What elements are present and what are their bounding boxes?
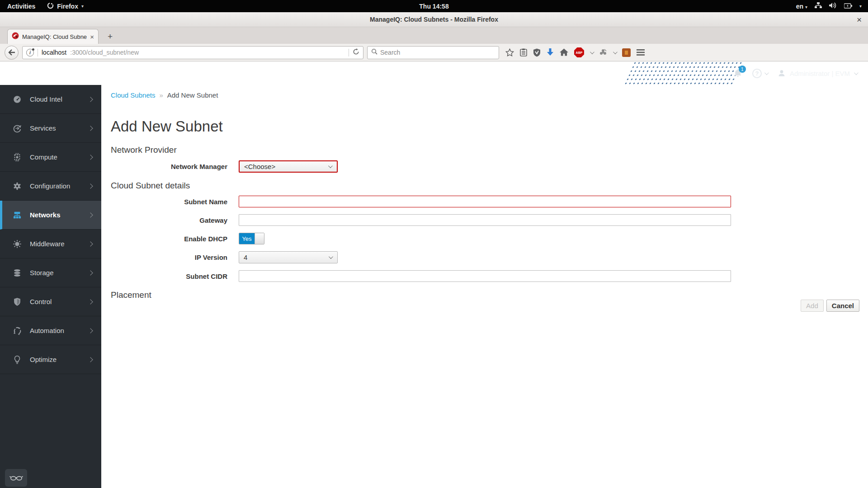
adblock-icon[interactable]: ABP <box>574 47 584 57</box>
url-path: :3000/cloud_subnet/new <box>70 49 139 56</box>
chevron-down-icon <box>329 254 333 259</box>
menu-hamburger-icon[interactable] <box>637 49 645 56</box>
tab-close-icon[interactable]: × <box>90 33 94 41</box>
sidebar-item-storage[interactable]: Storage <box>0 258 101 287</box>
chevron-right-icon <box>88 299 93 304</box>
keyboard-layout[interactable]: en ▾ <box>796 3 807 10</box>
subnet-cidr-input[interactable] <box>239 270 731 282</box>
sidebar-item-automation[interactable]: Automation <box>0 316 101 345</box>
chevron-right-icon <box>88 328 93 333</box>
back-button[interactable] <box>5 46 19 60</box>
chevron-right-icon <box>88 183 93 188</box>
new-tab-button[interactable]: + <box>103 29 117 44</box>
tab-title: ManageIQ: Cloud Subne <box>22 33 87 40</box>
user-menu[interactable]: Administrator | EVM <box>778 69 857 77</box>
chevron-right-icon <box>88 126 93 131</box>
chip-icon <box>12 152 23 162</box>
main-content: Cloud Subnets » Add New Subnet Add New S… <box>101 85 868 488</box>
breadcrumb-cloud-subnets-link[interactable]: Cloud Subnets <box>111 91 155 99</box>
section-placement: Placement <box>111 290 859 300</box>
sidebar-item-optimize[interactable]: Optimize <box>0 345 101 374</box>
toggle-knob <box>255 233 264 244</box>
tab-bar: ManageIQ: Cloud Subne × + <box>0 27 868 44</box>
system-menu-caret-icon[interactable]: ▾ <box>859 4 862 9</box>
browser-toolbar: i localhost:3000/cloud_subnet/new <box>0 44 868 61</box>
services-icon <box>12 123 23 133</box>
help-menu[interactable]: ? <box>752 69 768 78</box>
manageiq-logo[interactable]: ManageIQ <box>34 67 88 80</box>
adblock-caret-icon[interactable] <box>590 50 594 54</box>
app-navbar: ManageIQ 1 ? Administrator | EVM <box>0 61 868 85</box>
url-host: localhost <box>42 49 66 56</box>
gateway-input[interactable] <box>239 214 731 226</box>
breadcrumb: Cloud Subnets » Add New Subnet <box>111 91 859 99</box>
chevron-right-icon <box>88 97 93 102</box>
sidebar-item-control[interactable]: Control <box>0 287 101 316</box>
enable-dhcp-toggle[interactable]: Yes <box>239 233 264 244</box>
network-icon[interactable] <box>815 2 822 10</box>
breadcrumb-separator: » <box>159 91 163 99</box>
security-shield-icon[interactable] <box>533 48 541 57</box>
breadcrumb-current: Add New Subnet <box>167 91 218 99</box>
sidebar: Cloud Intel Services Compute Configurati… <box>0 85 101 488</box>
lightbulb-icon <box>12 355 23 365</box>
page-title: Add New Subnet <box>111 118 859 135</box>
gnome-top-bar: Activities Firefox ▾ Thu 14:58 en ▾ ▾ <box>0 0 868 12</box>
firefox-titlebar[interactable]: ManageIQ: Cloud Subnets - Mozilla Firefo… <box>0 12 868 27</box>
shield-icon <box>12 297 23 307</box>
notification-badge: 1 <box>739 66 746 73</box>
download-icon[interactable] <box>547 48 554 56</box>
bookmark-star-icon[interactable] <box>505 48 514 56</box>
extension-icon[interactable] <box>599 48 607 56</box>
sidebar-item-networks[interactable]: Networks <box>0 201 101 230</box>
search-input[interactable] <box>380 49 495 56</box>
user-label: Administrator | EVM <box>790 70 850 77</box>
sidebar-item-compute[interactable]: Compute <box>0 143 101 172</box>
gateway-label: Gateway <box>111 216 239 224</box>
site-info-icon[interactable]: i <box>26 49 34 56</box>
addon-orange-icon[interactable] <box>622 48 631 57</box>
network-icon <box>12 210 23 220</box>
gear-icon <box>12 181 23 191</box>
sidebar-item-middleware[interactable]: Middleware <box>0 230 101 258</box>
chevron-right-icon <box>88 212 93 217</box>
volume-icon[interactable] <box>829 2 837 10</box>
url-bar[interactable]: i localhost:3000/cloud_subnet/new <box>22 46 363 59</box>
advanced-ui-glasses-button[interactable] <box>5 469 27 487</box>
chevron-right-icon <box>88 155 93 160</box>
chevron-right-icon <box>88 357 93 362</box>
chevron-right-icon <box>88 270 93 275</box>
section-cloud-subnet-details: Cloud Subnet details <box>111 181 859 191</box>
bookmarks-menu-icon[interactable] <box>520 48 527 56</box>
search-icon <box>371 48 377 56</box>
section-network-provider: Network Provider <box>111 145 859 155</box>
home-icon[interactable] <box>560 48 568 56</box>
cancel-button[interactable]: Cancel <box>826 300 859 312</box>
clock[interactable]: Thu 14:58 <box>0 3 868 10</box>
sidebar-item-configuration[interactable]: Configuration <box>0 172 101 201</box>
ip-version-select[interactable]: 4 <box>239 251 338 263</box>
user-icon <box>778 69 786 77</box>
network-manager-select[interactable]: <Choose> <box>239 160 338 173</box>
chevron-down-icon <box>328 164 333 168</box>
automation-icon <box>12 326 23 336</box>
extension-caret-icon[interactable] <box>613 50 618 54</box>
gauge-icon <box>12 94 23 104</box>
reload-icon[interactable] <box>353 48 359 57</box>
sidebar-item-services[interactable]: Services <box>0 114 101 143</box>
sidebar-toggle-button[interactable] <box>9 70 21 77</box>
sidebar-item-cloud-intel[interactable]: Cloud Intel <box>0 85 101 114</box>
network-manager-label: Network Manager <box>111 163 239 170</box>
add-button[interactable]: Add <box>801 300 824 312</box>
user-caret-icon <box>854 70 859 75</box>
ip-version-label: IP Version <box>111 253 239 261</box>
search-bar[interactable] <box>367 46 499 59</box>
middleware-icon <box>12 239 23 249</box>
window-close-button[interactable]: × <box>857 15 862 24</box>
notifications-button[interactable]: 1 <box>733 69 742 78</box>
browser-tab[interactable]: ManageIQ: Cloud Subne × <box>7 29 99 44</box>
subnet-name-label: Subnet Name <box>111 198 239 206</box>
help-caret-icon <box>764 70 769 75</box>
subnet-name-input[interactable] <box>239 196 731 207</box>
battery-icon[interactable] <box>844 3 852 10</box>
